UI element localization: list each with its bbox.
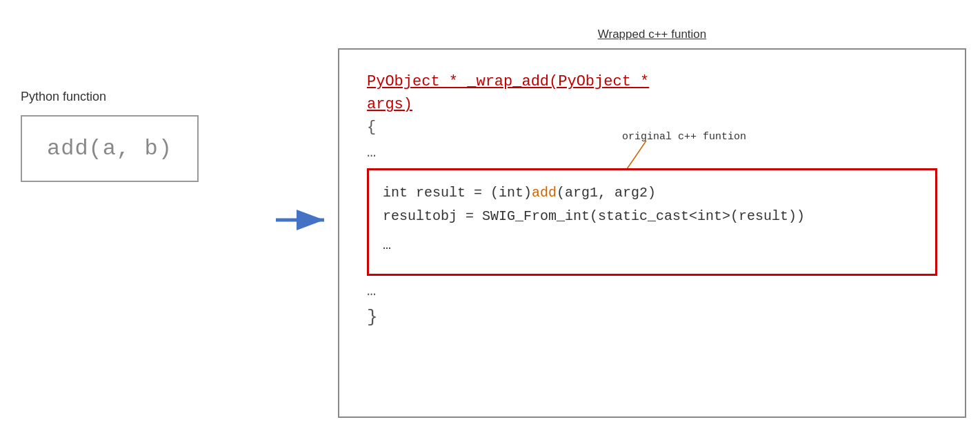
signature-line: PyObject * _wrap_add(PyObject * (367, 70, 937, 93)
annotation-label: original c++ funtion (622, 130, 746, 143)
inner-func-name: add (532, 185, 557, 201)
args-text: args) (367, 96, 412, 113)
annotation-text: original c++ funtion (622, 131, 746, 143)
python-function-label: Python function (21, 90, 199, 104)
open-brace: { (367, 119, 376, 136)
inner-dots: … (383, 234, 921, 257)
python-code: add(a, b) (47, 136, 172, 161)
close-brace-line: } (367, 307, 937, 328)
inner-line-2: resultobj = SWIG_From_int(static_cast<in… (383, 205, 921, 228)
args-line: args) (367, 93, 937, 116)
arrow-container (276, 210, 331, 233)
inner-prefix: int result = (int) (383, 185, 532, 201)
dots-1: … (367, 144, 937, 161)
annotation-container: original c++ funtion int result = (int)a… (367, 168, 937, 276)
wrapped-title: Wrapped c++ funtion (338, 28, 966, 41)
inner-suffix: (arg1, arg2) (557, 185, 656, 201)
left-section: Python function add(a, b) (21, 90, 199, 182)
signature-text: PyObject * _wrap_add(PyObject * (367, 73, 649, 90)
outer-box: PyObject * _wrap_add(PyObject * args) { … (338, 48, 966, 418)
page-container: Python function add(a, b) Wrapped c++ fu… (0, 0, 980, 442)
arrow-icon (276, 210, 331, 230)
inner-line-1: int result = (int)add(arg1, arg2) (383, 181, 921, 205)
inner-highlighted-box: int result = (int)add(arg1, arg2) result… (367, 168, 937, 276)
python-function-box: add(a, b) (21, 115, 199, 182)
dots-2: … (367, 283, 937, 300)
right-section: Wrapped c++ funtion PyObject * _wrap_add… (338, 28, 966, 421)
